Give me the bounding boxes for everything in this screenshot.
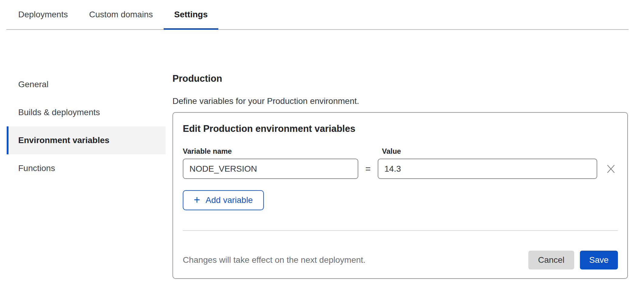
value-field: Value xyxy=(378,147,597,179)
add-variable-button[interactable]: + Add variable xyxy=(183,190,264,210)
equals-sign: = xyxy=(358,159,378,179)
sidebar-item-builds-deployments-label: Builds & deployments xyxy=(18,108,100,117)
tab-deployments[interactable]: Deployments xyxy=(8,0,78,29)
variable-row: Variable name = Value xyxy=(183,147,618,179)
tab-settings-label: Settings xyxy=(174,10,208,19)
variable-name-label: Variable name xyxy=(183,147,358,156)
footer-actions: Cancel Save xyxy=(528,251,618,269)
card-divider xyxy=(183,230,618,231)
settings-sidebar: General Builds & deployments Environment… xyxy=(7,70,165,182)
tab-custom-domains-label: Custom domains xyxy=(89,10,153,19)
value-label: Value xyxy=(382,147,597,156)
settings-content: Production Define variables for your Pro… xyxy=(172,73,628,279)
page-title: Production xyxy=(172,73,628,84)
remove-variable-button[interactable] xyxy=(604,159,618,179)
card-heading: Edit Production environment variables xyxy=(183,123,618,135)
sidebar-item-functions-label: Functions xyxy=(18,163,55,173)
sidebar-item-general[interactable]: General xyxy=(7,70,165,98)
save-button[interactable]: Save xyxy=(580,251,618,269)
active-tab-underline xyxy=(164,28,218,30)
variable-name-input[interactable] xyxy=(183,159,358,179)
plus-icon: + xyxy=(194,194,200,205)
env-vars-card: Edit Production environment variables Va… xyxy=(172,112,628,279)
deployment-note: Changes will take effect on the next dep… xyxy=(183,255,366,265)
sidebar-item-environment-variables[interactable]: Environment variables xyxy=(7,126,165,154)
tab-custom-domains[interactable]: Custom domains xyxy=(78,0,163,29)
tab-settings[interactable]: Settings xyxy=(164,0,218,29)
sidebar-item-builds-deployments[interactable]: Builds & deployments xyxy=(7,98,165,126)
tab-bar: Deployments Custom domains Settings xyxy=(6,0,629,30)
cancel-button[interactable]: Cancel xyxy=(528,251,574,269)
variable-name-field: Variable name xyxy=(183,147,358,179)
value-input[interactable] xyxy=(378,159,597,179)
tab-deployments-label: Deployments xyxy=(18,10,68,19)
sidebar-item-general-label: General xyxy=(18,80,49,89)
add-variable-label: Add variable xyxy=(206,195,253,205)
pages-project-settings-page: Deployments Custom domains Settings Gene… xyxy=(0,0,644,288)
page-description: Define variables for your Production env… xyxy=(172,96,628,106)
x-icon xyxy=(606,164,616,174)
card-footer: Changes will take effect on the next dep… xyxy=(183,251,618,269)
sidebar-item-environment-variables-label: Environment variables xyxy=(18,135,109,145)
sidebar-item-functions[interactable]: Functions xyxy=(7,154,165,182)
